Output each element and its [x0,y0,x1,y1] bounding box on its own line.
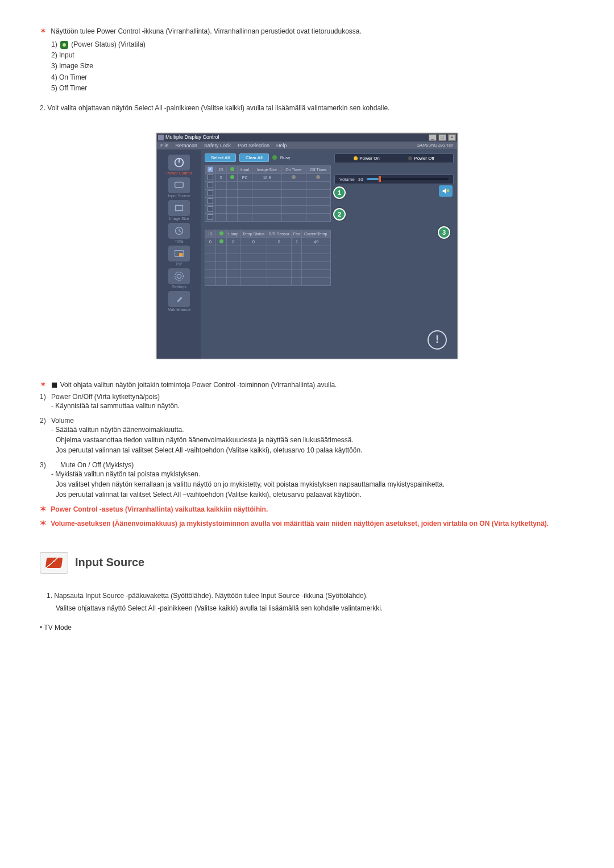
svg-rect-3 [176,205,183,210]
list-item: 3) Image Size [51,61,574,72]
note-2: ✶ Volume-asetuksen (Äänenvoimakkuus) ja … [40,517,574,529]
sidebar-pip[interactable]: PIP [161,246,197,266]
sidebar-maintenance[interactable]: Maintenance [161,291,197,312]
window-title: Multiple Display Control [165,134,219,140]
display-table-2: ID Lamp Temp.Status B/R Sensor Fan Curre… [205,230,331,286]
busy-dot-icon [272,155,277,160]
close-button[interactable]: × [448,134,456,141]
tv-mode: • TV Mode [40,622,574,633]
bulb-off-icon [408,156,412,160]
input-source-p1b: Valitse ohjattava näyttö Select All -pai… [56,603,574,613]
menu-portselection[interactable]: Port Selection [238,143,269,148]
list-item: 4) On Timer [51,72,574,83]
sidebar-settings[interactable]: Settings [161,268,197,289]
square-icon [52,383,57,388]
numbered-list: 1) (Power Status) (Virtatila) 2) Input 3… [51,39,574,94]
menu-safetylock[interactable]: Safety Lock [204,143,231,148]
titlebar: Multiple Display Control _ □ × [157,134,457,142]
sidebar-input-source[interactable]: Input Source [161,177,197,198]
section-input-source: Input Source [40,552,574,574]
image-size-icon [168,200,190,216]
sidebar-power-control[interactable]: Power Control [161,155,197,175]
display-table-1: ID Input Image Size On Timer Off Timer 0… [205,165,331,222]
list-item: 2) Input [51,50,574,61]
sidebar-time[interactable]: Time [161,223,197,243]
power-bar: Power On Power Off [334,153,454,163]
item-mute: 3) Mute On / Off (Mykistys) - Mykistää v… [40,461,574,500]
time-icon [168,223,190,239]
timer-dot [292,175,296,179]
status-dot-icon [230,167,234,171]
footer-section: ✶ Voit ohjata valitun näytön joitakin to… [40,379,574,529]
star-icon: ✶ [40,26,47,35]
mute-button[interactable] [439,185,453,197]
menubar: File Remocon Safety Lock Port Selection … [157,142,457,150]
pip-icon [168,246,190,261]
svg-point-8 [175,272,184,281]
brand-label: SAMSUNG DIGITall [417,143,453,147]
app-window: Multiple Display Control _ □ × File Remo… [156,133,458,359]
header-checkbox[interactable] [208,167,213,172]
info-circle-icon: ! [428,330,447,350]
svg-rect-2 [175,182,184,187]
star-icon: ✶ [40,504,47,513]
bulb-on-icon [354,156,358,160]
app-main: Select All Clear All Busy ID Input Image… [201,150,457,359]
busy-label: Busy [280,155,291,160]
list-item: 5) Off Timer [51,83,574,94]
sidebar-image-size[interactable]: Image Size [161,200,197,221]
volume-bar: Volume 10 [334,175,454,184]
settings-icon [168,268,190,284]
input-source-icon [168,177,190,193]
clear-all-button[interactable]: Clear All [239,153,269,162]
minimize-button[interactable]: _ [429,134,437,141]
power-on-button[interactable]: Power On [354,156,380,161]
note-1: ✶ Power Control -asetus (Virranhallinta)… [40,503,574,515]
volume-slider[interactable] [367,178,449,180]
menu-remocon[interactable]: Remocon [176,143,198,148]
power-control-icon [168,155,190,171]
menu-help[interactable]: Help [276,143,287,148]
star-icon: ✶ [40,380,47,389]
list-item: 1) (Power Status) (Virtatila) [51,39,574,50]
maintenance-icon [168,291,190,307]
input-source-p1: 1. Napsauta Input Source -pääkuvaketta (… [47,591,574,601]
table-row[interactable]: 0 PC 16:9 [205,173,331,181]
input-source-title-icon [40,552,68,574]
power-status-icon [60,41,68,49]
item-volume: 2) Volume - Säätää valitun näytön äänenv… [40,417,574,455]
row-status-dot [230,175,234,179]
intro-para2: 2. Voit valita ohjattavan näytön Select … [40,103,574,113]
star-icon: ✶ [40,518,47,528]
table-row[interactable]: 0 0 0 0 1 49 [205,238,331,246]
volume-label: Volume [339,177,355,182]
app-sidebar: Power Control Input Source Image Size Ti… [157,150,201,359]
button-bar: Select All Clear All Busy [205,153,331,162]
menu-file[interactable]: File [160,143,169,148]
callout-2: 2 [333,208,346,221]
maximize-button[interactable]: □ [438,134,446,141]
callout-3: 3 [438,226,450,239]
volume-value: 10 [358,177,363,182]
row-checkbox[interactable] [208,175,213,180]
intro-text: Näyttöön tulee Power Control -ikkuna (Vi… [51,27,362,35]
item-power: 1) Power On/Off (Virta kytkettynä/pois) … [40,393,574,411]
svg-point-7 [177,274,181,278]
intro-line: ✶ Näyttöön tulee Power Control -ikkuna (… [40,25,574,37]
right-panel: Power On Power Off Volume 10 1 2 3 ! [334,153,454,355]
lead-line: ✶ Voit ohjata valitun näytön joitakin to… [40,379,574,391]
app-icon [158,135,164,140]
select-all-button[interactable]: Select All [205,153,236,162]
callout-1: 1 [333,186,346,199]
svg-rect-6 [179,253,182,256]
timer-dot [316,175,320,179]
power-off-button[interactable]: Power Off [408,156,434,161]
